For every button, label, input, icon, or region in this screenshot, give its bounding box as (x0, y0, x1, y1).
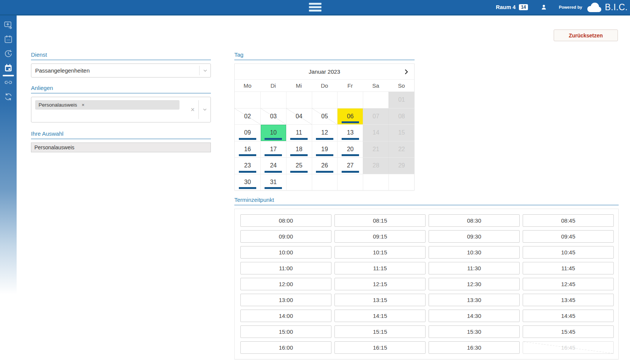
sidebar-item-calendar[interactable] (3, 34, 13, 44)
user-button[interactable] (540, 3, 548, 11)
time-slot-10:30[interactable]: 10:30 (429, 246, 520, 259)
day-number: 08 (398, 113, 405, 120)
availability-bar (265, 154, 282, 156)
calendar-day-23[interactable]: 23 (235, 157, 260, 174)
time-slot-13:45[interactable]: 13:45 (523, 294, 614, 306)
calendar-day-16[interactable]: 16 (235, 141, 260, 158)
time-slot-16:00[interactable]: 16:00 (240, 341, 331, 354)
calendar-day-24[interactable]: 24 (260, 157, 286, 174)
time-slot-15:45[interactable]: 15:45 (523, 325, 614, 338)
calendar-day-06[interactable]: 06 (337, 108, 363, 125)
time-slot-08:45[interactable]: 08:45 (523, 214, 614, 227)
time-slot-09:30[interactable]: 09:30 (429, 230, 520, 243)
sidebar-item-sync[interactable] (3, 92, 13, 102)
time-slot-13:15[interactable]: 13:15 (334, 294, 426, 306)
time-slot-12:15[interactable]: 12:15 (334, 278, 426, 290)
time-slot-08:00[interactable]: 08:00 (240, 214, 331, 227)
calendar-day-10[interactable]: 10 (260, 124, 286, 141)
next-month-button[interactable] (403, 68, 410, 75)
time-slot-08:15[interactable]: 08:15 (334, 214, 426, 227)
sidebar-item-appointment-day[interactable] (3, 63, 13, 73)
calendar-day-19[interactable]: 19 (312, 141, 337, 158)
time-slot-14:45[interactable]: 14:45 (523, 310, 614, 322)
chip-label: Personalausweis (39, 102, 77, 108)
calendar-day-01: 01 (389, 91, 414, 108)
calendar-empty-cell (363, 91, 389, 108)
screen-plus-icon (3, 20, 13, 30)
calendar-day-28: 28 (363, 157, 389, 174)
sync-icon (3, 92, 13, 102)
anliegen-multiselect[interactable]: Personalausweis × × (31, 97, 211, 122)
calendar-day-icon (3, 63, 13, 73)
time-slot-14:00[interactable]: 14:00 (240, 310, 331, 322)
availability-bar (239, 154, 256, 156)
calendar-day-26[interactable]: 26 (312, 157, 337, 174)
terminzeitpunkt-group: Terminzeitpunkt 08:0008:1508:3008:4509:0… (234, 197, 619, 359)
calendar-month-title: Januar 2023 (309, 68, 340, 75)
sidebar-item-new-booking[interactable] (3, 20, 13, 30)
calendar-day-27[interactable]: 27 (337, 157, 363, 174)
person-icon (540, 3, 548, 11)
calendar-day-18[interactable]: 18 (286, 141, 312, 158)
time-slot-10:00[interactable]: 10:00 (240, 246, 331, 259)
time-slot-09:15[interactable]: 09:15 (334, 230, 426, 243)
time-slot-09:00[interactable]: 09:00 (240, 230, 331, 243)
clear-selection-icon[interactable]: × (190, 106, 195, 114)
availability-bar (342, 154, 359, 156)
dienst-dropdown-arrow[interactable] (199, 66, 211, 75)
time-slot-11:30[interactable]: 11:30 (429, 262, 520, 274)
calendar-day-31[interactable]: 31 (260, 174, 286, 191)
availability-bar (290, 154, 308, 156)
availability-bar (265, 187, 282, 189)
calendar-icon (3, 34, 13, 44)
calendar-day-04: 04 (286, 108, 312, 125)
room-count-badge: 14 (519, 4, 528, 10)
calendar-empty-cell (312, 174, 337, 191)
calendar-day-25[interactable]: 25 (286, 157, 312, 174)
time-slot-12:45[interactable]: 12:45 (523, 278, 614, 290)
time-slot-13:00[interactable]: 13:00 (240, 294, 331, 306)
availability-bar (342, 121, 359, 123)
availability-bar (239, 187, 256, 189)
time-slot-14:30[interactable]: 14:30 (429, 310, 520, 322)
time-slot-10:45[interactable]: 10:45 (523, 246, 614, 259)
calendar-day-13[interactable]: 13 (337, 124, 363, 141)
day-number: 14 (373, 129, 379, 136)
time-slot-15:30[interactable]: 15:30 (429, 325, 520, 338)
hamburger-icon (309, 6, 321, 8)
day-number: 13 (347, 129, 354, 136)
time-slot-08:30[interactable]: 08:30 (429, 214, 520, 227)
time-slot-10:15[interactable]: 10:15 (334, 246, 426, 259)
time-slot-15:15[interactable]: 15:15 (334, 325, 426, 338)
calendar-empty-cell (337, 174, 363, 191)
time-slot-16:30[interactable]: 16:30 (429, 341, 520, 354)
time-slot-14:15[interactable]: 14:15 (334, 310, 426, 322)
time-slot-12:30[interactable]: 12:30 (429, 278, 520, 290)
reset-button[interactable]: Zurücksetzen (554, 29, 618, 41)
sidebar-item-link[interactable] (3, 77, 13, 87)
auswahl-group: Ihre Auswahl Personalausweis (31, 130, 211, 152)
chip-remove-icon[interactable]: × (82, 102, 85, 108)
time-slot-15:00[interactable]: 15:00 (240, 325, 331, 338)
calendar-day-30[interactable]: 30 (235, 174, 260, 191)
time-slot-11:45[interactable]: 11:45 (523, 262, 614, 274)
time-slot-13:30[interactable]: 13:30 (429, 294, 520, 306)
calendar-day-12[interactable]: 12 (312, 124, 337, 141)
day-number: 03 (270, 113, 277, 120)
dienst-select[interactable]: Passangelegenheiten (31, 64, 211, 77)
calendar-day-11[interactable]: 11 (286, 124, 312, 141)
time-slot-11:00[interactable]: 11:00 (240, 262, 331, 274)
time-slot-09:45[interactable]: 09:45 (523, 230, 614, 243)
time-slot-16:15[interactable]: 16:15 (334, 341, 426, 354)
calendar-day-17[interactable]: 17 (260, 141, 286, 158)
calendar-day-20[interactable]: 20 (337, 141, 363, 158)
day-number: 15 (398, 129, 405, 136)
sidebar-item-history[interactable] (3, 49, 13, 59)
anliegen-dropdown-arrow[interactable] (198, 100, 211, 119)
menu-button[interactable] (309, 3, 321, 12)
time-slot-11:15[interactable]: 11:15 (334, 262, 426, 274)
powered-by-label: Powered by (559, 5, 582, 9)
availability-bar (265, 171, 282, 173)
time-slot-12:00[interactable]: 12:00 (240, 278, 331, 290)
calendar-day-09[interactable]: 09 (235, 124, 260, 141)
